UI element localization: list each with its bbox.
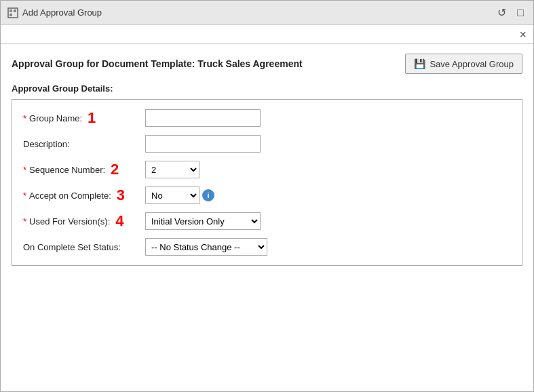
sequence-number-label: * Sequence Number: 2 (23, 162, 145, 177)
required-star-2: * (23, 165, 26, 175)
sequence-number-select[interactable]: 1 2 3 4 5 (145, 161, 199, 178)
used-for-versions-label: * Used For Version(s): 4 (23, 214, 145, 229)
on-complete-set-status-label: On Complete Set Status: (23, 242, 145, 252)
refresh-button[interactable]: ↺ (495, 6, 509, 20)
description-row: Description: (23, 135, 511, 153)
save-button-label: Save Approval Group (430, 59, 514, 69)
save-approval-group-button[interactable]: 💾 Save Approval Group (405, 54, 522, 74)
section-title: Approval Group Details: (12, 83, 522, 94)
on-complete-set-status-row: On Complete Set Status: -- No Status Cha… (23, 238, 511, 256)
title-bar-left: Add Approval Group (7, 7, 102, 18)
main-window: Add Approval Group ↺ □ × Approval Group … (0, 0, 534, 392)
close-button[interactable]: × (519, 28, 527, 41)
info-icon[interactable]: i (202, 189, 214, 201)
step-number-2: 2 (111, 162, 119, 177)
description-label: Description: (23, 139, 145, 149)
description-input[interactable] (145, 135, 261, 153)
window-title: Add Approval Group (22, 7, 102, 18)
svg-rect-3 (9, 14, 12, 16)
sequence-number-row: * Sequence Number: 2 1 2 3 4 5 (23, 161, 511, 178)
title-bar-controls: ↺ □ (495, 6, 527, 20)
required-star-3: * (23, 191, 26, 201)
used-for-versions-select[interactable]: Initial Version Only All Versions Final … (145, 212, 261, 230)
window-icon (7, 7, 18, 18)
form-box: * Group Name: 1 Description: * Sequence … (12, 99, 522, 266)
save-icon: 💾 (414, 58, 425, 69)
maximize-button[interactable]: □ (514, 6, 527, 20)
required-star-1: * (23, 113, 26, 123)
required-star-4: * (23, 216, 26, 227)
page-header: Approval Group for Document Template: Tr… (12, 54, 522, 74)
group-name-row: * Group Name: 1 (23, 109, 511, 127)
group-name-input[interactable] (145, 109, 261, 127)
svg-rect-2 (14, 9, 16, 12)
used-for-versions-row: * Used For Version(s): 4 Initial Version… (23, 212, 511, 230)
accept-on-complete-label: * Accept on Complete: 3 (23, 188, 145, 203)
group-name-label: * Group Name: 1 (23, 111, 145, 125)
content-area: Approval Group for Document Template: Tr… (1, 44, 533, 391)
accept-on-complete-select[interactable]: No Yes (145, 187, 199, 204)
page-title: Approval Group for Document Template: Tr… (12, 58, 303, 69)
step-number-3: 3 (117, 188, 125, 203)
title-bar: Add Approval Group ↺ □ (1, 1, 533, 25)
svg-rect-1 (9, 9, 12, 12)
on-complete-set-status-select[interactable]: -- No Status Change -- Draft Active Inac… (145, 238, 267, 256)
accept-on-complete-row: * Accept on Complete: 3 No Yes i (23, 187, 511, 204)
step-number-1: 1 (88, 111, 96, 125)
step-number-4: 4 (115, 214, 123, 229)
close-bar: × (1, 25, 533, 44)
